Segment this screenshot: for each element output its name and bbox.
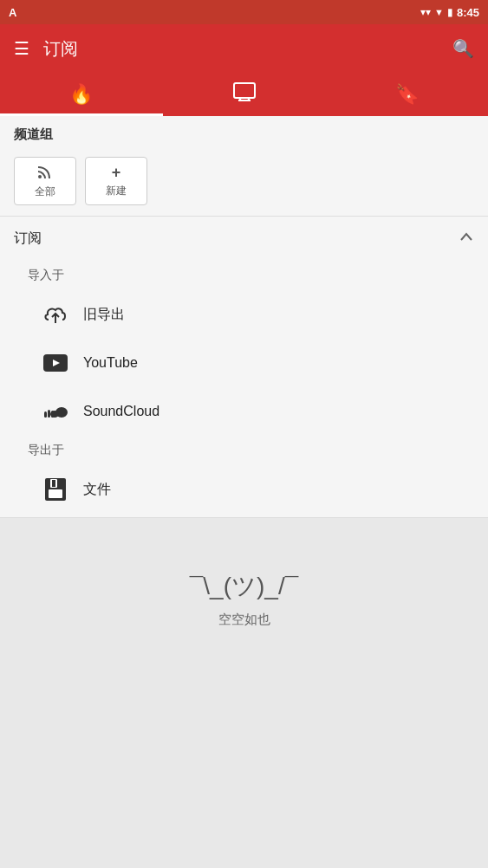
content-area: 频道组 全部 + 新建 订阅 导入于 [0,116,488,518]
empty-kaomoji: ¯\_(ツ)_/¯ [190,570,298,603]
battery-icon: ▮ [447,6,453,18]
svg-rect-14 [49,489,62,498]
import-old-export-item[interactable]: 旧导出 [0,290,488,339]
channel-group-header: 频道组 [0,116,488,150]
subscription-title: 订阅 [14,230,42,248]
svg-rect-12 [51,411,54,418]
signal-icon: ▼ [434,7,444,17]
youtube-icon [42,349,69,377]
svg-rect-16 [52,480,55,487]
rss-icon [37,164,53,183]
search-button[interactable]: 🔍 [452,38,474,59]
import-soundcloud-item[interactable]: SoundCloud [0,387,488,436]
empty-state: ¯\_(ツ)_/¯ 空空如也 [0,518,488,680]
file-label: 文件 [83,481,111,499]
plus-icon: + [112,164,121,182]
tv-icon [233,82,256,107]
status-time: 8:45 [457,6,479,19]
old-export-label: 旧导出 [83,306,125,324]
youtube-label: YouTube [83,355,138,371]
export-label: 导出于 [0,436,488,465]
fire-icon: 🔥 [69,83,93,106]
tab-tv[interactable] [163,73,326,116]
chevron-up-icon [459,229,474,249]
app-status-icon: A [9,6,16,19]
export-file-item[interactable]: 文件 [0,465,488,514]
channel-group-all-button[interactable]: 全部 [14,157,76,205]
status-bar-left: A [9,6,16,19]
soundcloud-icon [42,398,69,425]
new-label: 新建 [106,184,127,198]
status-bar: A ▾▾ ▼ ▮ 8:45 [0,0,488,24]
svg-rect-11 [48,410,50,418]
svg-point-4 [38,175,42,178]
bookmark-icon: 🔖 [395,83,419,106]
import-youtube-item[interactable]: YouTube [0,339,488,387]
channel-group-new-button[interactable]: + 新建 [85,157,147,205]
file-save-icon [42,476,69,503]
subscription-section-header[interactable]: 订阅 [0,217,488,261]
tab-bookmark[interactable]: 🔖 [325,73,488,116]
cloud-upload-icon [42,301,69,328]
app-title: 订阅 [43,37,439,61]
tab-bar: 🔥 🔖 [0,73,488,116]
soundcloud-label: SoundCloud [83,404,159,419]
tab-fire[interactable]: 🔥 [0,73,163,116]
wifi-icon: ▾▾ [420,6,431,18]
menu-button[interactable]: ☰ [14,38,29,59]
all-label: 全部 [35,185,55,199]
empty-text: 空空如也 [218,612,270,628]
app-bar: ☰ 订阅 🔍 [0,24,488,73]
import-label: 导入于 [0,261,488,290]
channel-group-row: 全部 + 新建 [0,150,488,216]
svg-rect-10 [44,411,47,418]
status-bar-right: ▾▾ ▼ ▮ 8:45 [420,6,479,19]
svg-rect-0 [234,83,255,98]
